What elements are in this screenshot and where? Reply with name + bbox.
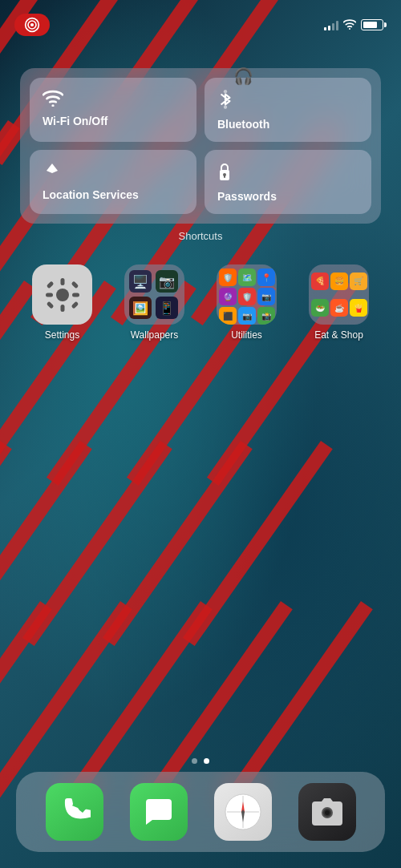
svg-rect-12: [60, 305, 64, 312]
location-icon: [43, 161, 184, 184]
wallpapers-folder-icon: 🖥️ 📷 🖼️ 📱: [124, 264, 184, 325]
status-left: [14, 14, 50, 36]
svg-rect-17: [46, 301, 54, 309]
dock: [16, 772, 385, 852]
battery-icon: [361, 19, 387, 30]
bluetooth-icon: 🎧: [217, 89, 358, 113]
eat-shop-label: Eat & Shop: [314, 329, 363, 341]
svg-rect-14: [72, 293, 79, 297]
camera-icon: [298, 783, 356, 841]
svg-rect-13: [46, 293, 53, 297]
svg-point-3: [349, 28, 350, 30]
bluetooth-label: Bluetooth: [217, 118, 358, 131]
phone-icon: [46, 783, 103, 841]
signal-bar-2: [328, 26, 330, 30]
app-eat-shop[interactable]: 🍕 🍔 🛒 🥗 ☕ 🍟 Eat & Shop: [297, 264, 381, 341]
status-bar: [0, 0, 401, 40]
shortcut-location[interactable]: Location Services: [30, 150, 196, 214]
svg-point-27: [325, 810, 330, 815]
svg-point-2: [30, 23, 34, 26]
messages-icon: [130, 783, 188, 841]
app-wallpapers[interactable]: 🖥️ 📷 🖼️ 📱 Wallpapers: [112, 264, 196, 341]
target-icon: [24, 17, 40, 33]
eat-shop-folder-icon: 🍕 🍔 🛒 🥗 ☕ 🍟: [309, 264, 369, 325]
app-utilities[interactable]: 🛡️ 🗺️ 📍 🔮 🛡️ 📷 ⬛ 📷 📸 Utilities: [205, 264, 289, 341]
signal-bar-4: [336, 21, 338, 30]
status-right: [324, 18, 387, 32]
signal-bars: [324, 19, 338, 30]
shortcuts-grid: Wi-Fi On/Off 🎧 Bluetooth: [20, 68, 381, 224]
dock-camera[interactable]: [298, 783, 356, 841]
utilities-label: Utilities: [231, 329, 262, 341]
dock-messages[interactable]: [130, 783, 188, 841]
svg-rect-9: [224, 175, 225, 178]
passwords-icon: [217, 161, 358, 185]
page-dots: [0, 758, 401, 764]
shortcuts-title: Shortcuts: [20, 230, 381, 242]
svg-rect-18: [71, 301, 79, 309]
wifi-label: Wi-Fi On/Off: [43, 115, 184, 127]
utilities-folder-icon: 🛡️ 🗺️ 📍 🔮 🛡️ 📷 ⬛ 📷 📸: [217, 264, 277, 325]
settings-label: Settings: [45, 329, 79, 341]
svg-point-10: [56, 289, 69, 301]
svg-rect-16: [71, 281, 79, 289]
svg-point-4: [51, 104, 54, 107]
shortcut-wifi[interactable]: Wi-Fi On/Off: [30, 78, 196, 142]
shortcuts-widget: Wi-Fi On/Off 🎧 Bluetooth: [20, 68, 381, 242]
page-dot-1[interactable]: [192, 758, 197, 764]
svg-rect-15: [46, 281, 54, 289]
location-label: Location Services: [43, 188, 184, 201]
dock-phone[interactable]: [46, 783, 103, 841]
shortcut-passwords[interactable]: Passwords: [205, 150, 371, 214]
svg-rect-11: [60, 278, 64, 285]
target-badge: [14, 14, 50, 36]
wifi-icon: [43, 89, 184, 110]
shortcut-bluetooth[interactable]: 🎧 Bluetooth: [205, 78, 371, 142]
passwords-label: Passwords: [217, 190, 358, 203]
wallpapers-label: Wallpapers: [131, 329, 179, 341]
dock-safari[interactable]: [214, 783, 272, 841]
signal-bar-1: [324, 27, 326, 30]
svg-point-5: [224, 90, 227, 93]
wifi-status-icon: [343, 18, 356, 32]
svg-point-6: [224, 106, 227, 109]
settings-app-icon: [32, 264, 92, 325]
signal-bar-3: [332, 23, 334, 30]
page-dot-2[interactable]: [204, 758, 209, 764]
app-settings[interactable]: Settings: [20, 264, 104, 341]
safari-icon: [214, 783, 272, 841]
app-grid: Settings 🖥️ 📷 🖼️ 📱 Wallpapers 🛡️ 🗺️ 📍 🔮: [20, 264, 381, 341]
